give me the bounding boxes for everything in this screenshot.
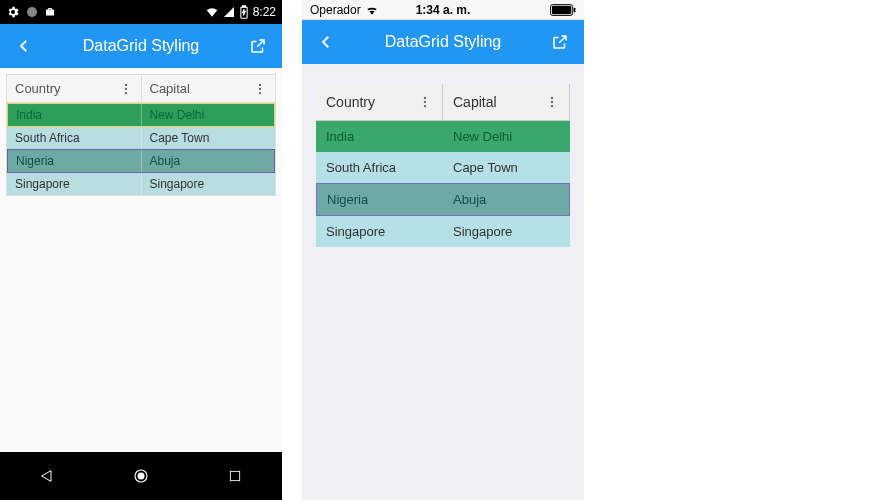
table-row[interactable]: SingaporeSingapore [7,173,275,195]
svg-rect-11 [230,471,239,480]
cell-capital: Abuja [142,150,275,172]
wifi-icon [365,4,379,16]
statusbar-time: 1:34 a. m. [416,3,471,17]
open-external-button[interactable] [548,30,572,54]
cell-capital: Cape Town [443,152,570,183]
ios-device: Operador 1:34 a. m. DataGrid Styling Cou… [302,0,584,500]
column-label: Capital [150,81,190,96]
svg-point-18 [551,97,553,99]
battery-icon [550,4,576,16]
svg-point-15 [424,97,426,99]
datagrid-body: IndiaNew DelhiSouth AfricaCape TownNiger… [7,103,275,195]
table-row[interactable]: NigeriaAbuja [316,183,570,216]
svg-point-3 [124,83,126,85]
cell-country: India [316,121,443,152]
datagrid: Country Capital IndiaNew DelhiSouth Afri… [6,74,276,196]
column-label: Capital [453,94,497,110]
nav-home-button[interactable] [131,466,151,486]
table-row[interactable]: South AfricaCape Town [7,127,275,149]
datagrid-header-row: Country Capital [7,75,275,103]
app-bar: DataGrid Styling [0,24,282,68]
column-header-country[interactable]: Country [7,75,142,102]
gear-icon [6,5,20,19]
svg-point-20 [551,105,553,107]
circle-icon [26,6,38,18]
ios-statusbar: Operador 1:34 a. m. [302,0,584,20]
column-options-icon[interactable] [545,95,559,109]
svg-point-5 [124,91,126,93]
nav-recent-button[interactable] [225,466,245,486]
datagrid-container: Country Capital IndiaNew DelhiSouth Afri… [0,68,282,202]
android-device: 8:22 DataGrid Styling Country Cap [0,0,282,500]
open-external-button[interactable] [246,34,270,58]
column-options-icon[interactable] [119,82,133,96]
svg-point-7 [259,87,261,89]
svg-point-16 [424,101,426,103]
cell-capital: Singapore [142,173,276,195]
column-label: Country [326,94,375,110]
nav-back-button[interactable] [37,466,57,486]
svg-point-4 [124,87,126,89]
datagrid-body: IndiaNew DelhiSouth AfricaCape TownNiger… [316,121,570,247]
battery-icon [239,5,249,19]
table-row[interactable]: NigeriaAbuja [7,149,275,173]
cell-country: Nigeria [317,184,443,215]
column-label: Country [15,81,61,96]
android-navbar [0,452,282,500]
svg-rect-13 [552,5,571,13]
datagrid-container: Country Capital IndiaNew DelhiSouth Afri… [302,64,584,253]
svg-point-0 [27,7,37,17]
svg-rect-14 [574,7,576,12]
svg-point-6 [259,83,261,85]
cell-signal-icon [223,6,235,18]
table-row[interactable]: South AfricaCape Town [316,152,570,183]
cell-country: Singapore [7,173,142,195]
back-button[interactable] [314,30,338,54]
column-options-icon[interactable] [418,95,432,109]
cell-capital: Cape Town [142,127,276,149]
cell-capital: New Delhi [142,104,275,126]
column-options-icon[interactable] [253,82,267,96]
cell-country: Singapore [316,216,443,247]
table-row[interactable]: SingaporeSingapore [316,216,570,247]
cell-country: India [8,104,142,126]
app-bar: DataGrid Styling [302,20,584,64]
app-title: DataGrid Styling [36,37,246,55]
cell-capital: New Delhi [443,121,570,152]
svg-point-17 [424,105,426,107]
carrier-label: Operador [310,3,361,17]
svg-rect-2 [242,6,245,7]
cell-country: South Africa [316,152,443,183]
back-button[interactable] [12,34,36,58]
svg-point-10 [138,473,144,479]
datagrid-header-row: Country Capital [316,84,570,121]
datagrid: Country Capital IndiaNew DelhiSouth Afri… [316,84,570,247]
column-header-capital[interactable]: Capital [142,75,276,102]
cell-country: South Africa [7,127,142,149]
android-statusbar: 8:22 [0,0,282,24]
table-row[interactable]: IndiaNew Delhi [7,103,275,127]
app-title: DataGrid Styling [338,33,548,51]
svg-point-19 [551,101,553,103]
cell-country: Nigeria [8,150,142,172]
wifi-icon [205,5,219,19]
column-header-capital[interactable]: Capital [443,84,570,120]
svg-point-8 [259,91,261,93]
table-row[interactable]: IndiaNew Delhi [316,121,570,152]
briefcase-icon [44,6,56,18]
column-header-country[interactable]: Country [316,84,443,120]
statusbar-time: 8:22 [253,5,276,19]
cell-capital: Singapore [443,216,570,247]
cell-capital: Abuja [443,184,569,215]
